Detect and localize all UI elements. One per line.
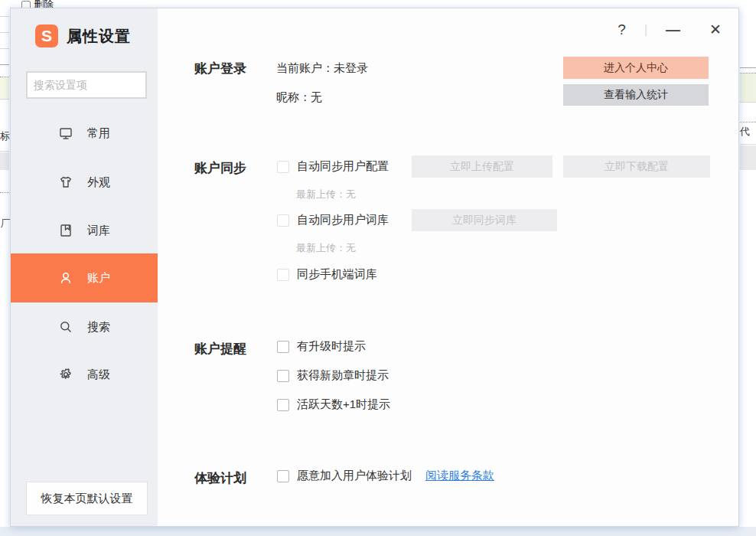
active-days-reminder-row: 活跃天数+1时提示 [277, 397, 390, 412]
monitor-icon [58, 126, 73, 141]
bg-row-line [0, 64, 9, 65]
sogou-logo-icon: S [35, 25, 58, 47]
latest-upload-config-text: 最新上传：无 [296, 188, 356, 201]
sidebar-item-label: 搜索 [87, 320, 110, 335]
nickname-text: 昵称：无 [276, 90, 322, 105]
bg-cell [740, 145, 756, 170]
section-title-reminder: 账户提醒 [194, 340, 246, 358]
section-title-sync: 账户同步 [194, 159, 246, 177]
upgrade-reminder-checkbox[interactable] [277, 341, 289, 353]
restore-defaults-button[interactable]: 恢复本页默认设置 [26, 482, 148, 515]
bg-row-line [740, 67, 756, 68]
sidebar-item-appearance[interactable]: 外观 [11, 158, 158, 207]
dialog-title: 属性设置 [67, 26, 131, 47]
personal-center-button[interactable]: 进入个人中心 [563, 57, 709, 79]
bg-row-line [0, 192, 9, 193]
current-account-text: 当前账户：未登录 [276, 61, 368, 76]
upload-config-button: 立即上传配置 [412, 155, 552, 178]
medal-reminder-checkbox[interactable] [277, 370, 289, 382]
bg-row-line [740, 122, 756, 123]
bg-row-line [740, 102, 756, 103]
settings-search-box [26, 71, 147, 99]
sidebar-item-account[interactable]: 账户 [11, 253, 158, 302]
sync-config-label: 自动同步用户配置 [297, 159, 389, 174]
bg-row-line [0, 16, 9, 17]
bg-cell [740, 73, 756, 102]
terms-of-service-link[interactable]: 阅读服务条款 [425, 469, 494, 483]
bg-cell [0, 152, 9, 170]
upgrade-reminder-label: 有升级时提示 [297, 339, 366, 354]
sidebar-item-label: 常用 [87, 126, 110, 141]
user-icon [58, 270, 73, 286]
medal-reminder-label: 获得新勋章时提示 [297, 368, 389, 383]
sync-config-checkbox [277, 161, 289, 173]
gear-icon [58, 367, 73, 382]
sync-config-row: 自动同步用户配置 [277, 159, 389, 174]
book-icon [58, 223, 73, 238]
tshirt-icon [58, 175, 73, 190]
experience-plan-row: 愿意加入用户体验计划 阅读服务条款 [277, 469, 494, 483]
app-header: S 属性设置 [35, 25, 131, 47]
bg-text-fragment: 代 [740, 126, 750, 137]
sidebar-item-advanced[interactable]: 高级 [11, 350, 158, 399]
bg-text-fragment: 标 [0, 131, 10, 142]
experience-plan-checkbox[interactable] [277, 470, 289, 482]
upgrade-reminder-row: 有升级时提示 [277, 339, 366, 354]
sidebar-item-label: 外观 [87, 175, 110, 190]
sidebar-item-label: 账户 [87, 271, 110, 286]
experience-plan-label: 愿意加入用户体验计划 [297, 469, 412, 483]
sidebar: S 属性设置 常用 外观 词库 [11, 8, 158, 526]
input-stats-button[interactable]: 查看输入统计 [563, 84, 709, 106]
search-icon [58, 319, 73, 335]
bg-row-line [0, 99, 9, 100]
sync-mobile-checkbox [277, 269, 289, 281]
sync-mobile-label: 同步手机端词库 [297, 267, 377, 282]
active-days-reminder-label: 活跃天数+1时提示 [297, 397, 390, 412]
settings-content: 账户登录 当前账户：未登录 昵称：无 进入个人中心 查看输入统计 账户同步 自动… [158, 8, 738, 526]
section-title-login: 账户登录 [194, 60, 246, 77]
sync-dict-now-button: 立即同步词库 [412, 209, 557, 231]
medal-reminder-row: 获得新勋章时提示 [277, 368, 389, 383]
section-title-experience: 体验计划 [194, 469, 246, 487]
sidebar-item-common[interactable]: 常用 [11, 109, 158, 158]
sync-dict-row: 自动同步用户词库 [277, 213, 389, 227]
settings-dialog: S 属性设置 常用 外观 词库 [10, 8, 739, 527]
sync-dict-label: 自动同步用户词库 [297, 213, 389, 227]
bg-row-line [740, 144, 756, 145]
sidebar-item-label: 词库 [87, 224, 110, 238]
bg-row-line [0, 48, 9, 49]
latest-upload-dict-text: 最新上传：无 [296, 241, 356, 255]
bg-row-line [0, 151, 9, 152]
bg-bottom-strip [0, 527, 756, 536]
bg-row-line [0, 32, 9, 33]
sidebar-item-search[interactable]: 搜索 [11, 302, 158, 351]
download-config-button: 立即下载配置 [563, 155, 710, 178]
active-days-reminder-checkbox[interactable] [277, 399, 289, 411]
sidebar-item-dictionary[interactable]: 词库 [11, 206, 158, 255]
sync-dict-checkbox [277, 214, 289, 227]
bg-cell [0, 77, 9, 99]
sync-mobile-row: 同步手机端词库 [277, 267, 377, 282]
settings-search-input[interactable] [28, 79, 177, 91]
sidebar-item-label: 高级 [87, 368, 110, 382]
